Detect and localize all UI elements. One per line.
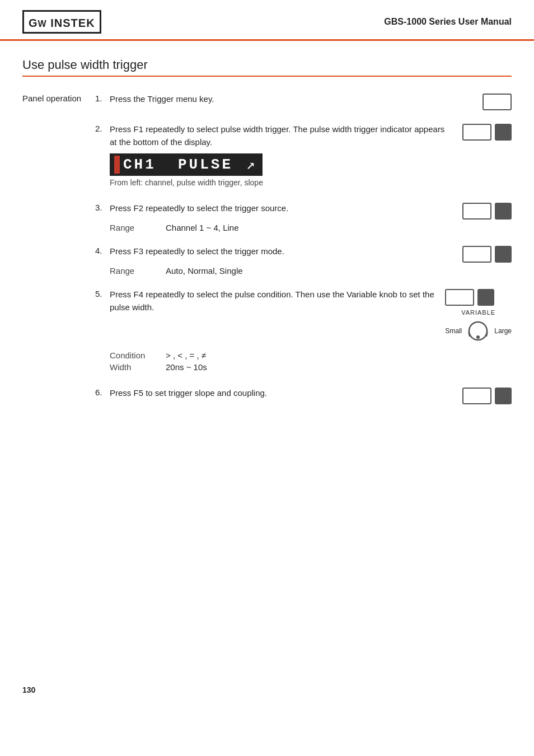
condition-value: > , < , = , ≠ bbox=[166, 351, 206, 360]
panel-label: Panel operation bbox=[22, 92, 95, 103]
main-layout: Panel operation 1. Press the Trigger men… bbox=[22, 92, 512, 417]
step-3-row: 3. Press F2 repeatedly to select the tri… bbox=[22, 202, 512, 232]
knob-large-label: Large bbox=[494, 327, 512, 335]
width-value: 20ns ~ 10s bbox=[166, 362, 207, 372]
f3-key-button[interactable] bbox=[462, 246, 491, 263]
condition-label: Condition bbox=[110, 351, 154, 360]
section-title: Use pulse width trigger bbox=[22, 58, 512, 72]
step-4-panel-spacer bbox=[22, 245, 95, 246]
step-3-range-label: Range bbox=[110, 223, 149, 232]
step-4-btn-group bbox=[462, 246, 512, 263]
step-2-content: 2. Press F1 repeatedly to select pulse w… bbox=[95, 123, 512, 189]
step-1-number: 1. bbox=[95, 92, 106, 103]
step-5-panel-spacer bbox=[22, 288, 95, 289]
step-6-row: 6. Press F5 to set trigger slope and cou… bbox=[22, 386, 512, 404]
f5-key-indicator bbox=[495, 388, 512, 404]
header: GW INSTEK GBS-1000 Series User Manual bbox=[0, 0, 534, 41]
f5-key-button[interactable] bbox=[462, 388, 491, 404]
ch-indicator bbox=[114, 156, 120, 174]
step-5-row: 5. Press F4 repeatedly to select the pul… bbox=[22, 288, 512, 374]
step-3-number: 3. bbox=[95, 202, 106, 212]
step-4-content: 4. Press F3 repeatedly to select the tri… bbox=[95, 245, 512, 276]
step-4-number: 4. bbox=[95, 245, 106, 255]
step-3-panel-spacer bbox=[22, 202, 95, 203]
step-1-btn-group bbox=[483, 94, 512, 110]
step-2-btn-group bbox=[462, 124, 512, 141]
variable-label: VARIABLE bbox=[461, 309, 495, 316]
step-5-sub-info: Condition > , < , = , ≠ Width 20ns ~ 10s bbox=[110, 351, 512, 374]
step-4-text: Press F3 repeatedly to select the trigge… bbox=[110, 245, 452, 258]
step-5-number: 5. bbox=[95, 288, 106, 298]
variable-knob-group: VARIABLE Small bbox=[445, 309, 512, 345]
knob-small-label: Small bbox=[445, 327, 462, 335]
step-2-row: 2. Press F1 repeatedly to select pulse w… bbox=[22, 123, 512, 189]
step-1-row: Panel operation 1. Press the Trigger men… bbox=[22, 92, 512, 110]
step-1-text: Press the Trigger menu key. bbox=[110, 92, 472, 105]
svg-point-1 bbox=[476, 335, 480, 339]
step-4-range: Range Auto, Normal, Single bbox=[110, 266, 512, 276]
step-2-number: 2. bbox=[95, 123, 106, 133]
trigger-menu-key-button[interactable] bbox=[483, 94, 512, 110]
page-content: Use pulse width trigger Panel operation … bbox=[0, 41, 534, 439]
pulse-text: CH1 PULSE bbox=[123, 156, 233, 173]
step-6-number: 6. bbox=[95, 386, 106, 397]
step-3-btn-group bbox=[462, 203, 512, 220]
condition-row: Condition > , < , = , ≠ bbox=[110, 351, 512, 360]
width-row: Width 20ns ~ 10s bbox=[110, 362, 512, 372]
step-4-row: 4. Press F3 repeatedly to select the tri… bbox=[22, 245, 512, 276]
step-2-text: Press F1 repeatedly to select pulse widt… bbox=[110, 123, 452, 149]
f2-key-indicator bbox=[495, 203, 512, 220]
step-1-content: 1. Press the Trigger menu key. bbox=[95, 92, 512, 110]
step-3-content: 3. Press F2 repeatedly to select the tri… bbox=[95, 202, 512, 232]
step-5-main: 5. Press F4 repeatedly to select the pul… bbox=[95, 288, 512, 345]
pulse-indicator: CH1 PULSE ↗ bbox=[110, 153, 263, 176]
step-4-main: 4. Press F3 repeatedly to select the tri… bbox=[95, 245, 512, 263]
step-6-text: Press F5 to set trigger slope and coupli… bbox=[110, 386, 452, 399]
step-6-content: 6. Press F5 to set trigger slope and cou… bbox=[95, 386, 512, 404]
width-label: Width bbox=[110, 362, 154, 372]
step-6-btn-group bbox=[462, 388, 512, 404]
from-left-caption: From left: channel, pulse width trigger,… bbox=[110, 178, 512, 187]
step-3-text: Press F2 repeatedly to select the trigge… bbox=[110, 202, 452, 214]
step-3-main: 3. Press F2 repeatedly to select the tri… bbox=[95, 202, 512, 220]
step-6-panel-spacer bbox=[22, 386, 95, 388]
variable-knob[interactable] bbox=[464, 317, 492, 345]
f4-key-indicator bbox=[477, 289, 494, 306]
page-number: 130 bbox=[22, 685, 35, 694]
knob-row: Small bbox=[445, 317, 512, 345]
f1-key-indicator bbox=[495, 124, 512, 141]
f3-key-indicator bbox=[495, 246, 512, 263]
f2-key-button[interactable] bbox=[462, 203, 491, 220]
step-2-main: 2. Press F1 repeatedly to select pulse w… bbox=[95, 123, 512, 149]
step-2-panel-spacer bbox=[22, 123, 95, 124]
manual-title: GBS-1000 Series User Manual bbox=[384, 17, 512, 27]
step-3-range-value: Channel 1 ~ 4, Line bbox=[166, 223, 239, 232]
logo: GW INSTEK bbox=[22, 10, 101, 34]
step-4-range-label: Range bbox=[110, 266, 149, 276]
step-4-range-value: Auto, Normal, Single bbox=[166, 266, 243, 276]
step-6-main: 6. Press F5 to set trigger slope and cou… bbox=[95, 386, 512, 404]
section-divider bbox=[22, 76, 512, 77]
step-5-content: 5. Press F4 repeatedly to select the pul… bbox=[95, 288, 512, 374]
pulse-slope: ↗ bbox=[237, 156, 255, 174]
f4-key-button[interactable] bbox=[445, 289, 474, 306]
f1-key-button[interactable] bbox=[462, 124, 491, 141]
step-5-text: Press F4 repeatedly to select the pulse … bbox=[110, 288, 435, 314]
step-1-main: 1. Press the Trigger menu key. bbox=[95, 92, 512, 110]
step-3-range: Range Channel 1 ~ 4, Line bbox=[110, 223, 512, 232]
